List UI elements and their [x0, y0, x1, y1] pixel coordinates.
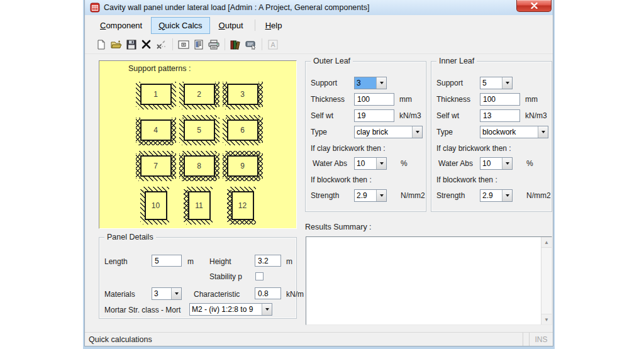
fixed-support-hatch-left — [227, 189, 231, 222]
printer-icon — [208, 40, 219, 50]
outer-waterabs-unit: % — [401, 159, 408, 168]
delete-button[interactable] — [139, 37, 153, 52]
support-pattern-box: 6 — [227, 119, 258, 141]
support-pattern-10[interactable]: 10 — [134, 184, 177, 228]
simple-support-hatch-top — [138, 151, 174, 155]
chevron-down-icon[interactable] — [412, 126, 422, 138]
inner-block-note: If blockwork then : — [436, 175, 497, 184]
support-pattern-number: 7 — [153, 162, 158, 170]
fixed-support-hatch-right — [258, 82, 263, 107]
support-pattern-2[interactable]: 2 — [177, 76, 221, 112]
library-button[interactable] — [228, 37, 243, 52]
inner-type-value: blockwork — [480, 126, 538, 138]
properties-button[interactable] — [176, 37, 191, 52]
simple-support-hatch-bottom — [182, 141, 217, 145]
outer-selfwt-input[interactable] — [354, 109, 394, 122]
stability-checkbox[interactable] — [255, 272, 264, 280]
mortar-select[interactable]: M2 - (iv) 1:2:8 to 9 — [189, 303, 272, 316]
toolbar-separator — [172, 38, 173, 50]
menu-help[interactable]: Help — [258, 17, 290, 34]
save-button[interactable] — [124, 37, 138, 52]
report-button[interactable] — [191, 37, 206, 52]
inner-strength-select[interactable]: 2.9 — [480, 189, 513, 202]
outer-thickness-input[interactable] — [354, 93, 394, 106]
simple-support-hatch-bottom — [138, 105, 174, 109]
inner-support-value: 5 — [480, 77, 502, 89]
quick-keypad-icon — [245, 40, 257, 50]
inner-selfwt-label: Self wt — [436, 111, 480, 120]
chevron-down-icon[interactable] — [171, 288, 181, 299]
simple-support-hatch-left — [179, 118, 184, 143]
inner-type-select[interactable]: blockwork — [480, 126, 548, 138]
support-pattern-5[interactable]: 5 — [177, 112, 221, 148]
chevron-down-icon[interactable] — [502, 190, 512, 201]
length-input[interactable] — [152, 255, 182, 267]
support-pattern-12[interactable]: 12 — [221, 184, 264, 228]
menu-quick-calcs[interactable]: Quick Calcs — [151, 17, 209, 34]
simple-support-hatch-top — [143, 187, 169, 191]
outer-support-select[interactable]: 3 — [354, 77, 387, 89]
support-pattern-box: 9 — [227, 155, 258, 177]
fixed-support-hatch-left — [223, 82, 227, 107]
print-button[interactable] — [206, 37, 221, 52]
close-button[interactable] — [516, 0, 552, 12]
library-books-icon — [230, 40, 241, 50]
support-pattern-3[interactable]: 3 — [221, 76, 264, 112]
outer-type-select[interactable]: clay brick — [354, 126, 423, 138]
support-pattern-9[interactable]: 9 — [221, 148, 264, 184]
vertical-scrollbar[interactable]: ▲ ▼ — [541, 237, 552, 324]
app-icon — [90, 3, 100, 13]
outer-strength-select[interactable]: 2.9 — [354, 189, 387, 202]
outer-leaf-group: Outer Leaf Support 3 Thickness mm Self w… — [305, 61, 426, 212]
support-pattern-7[interactable]: 7 — [134, 148, 177, 184]
chevron-down-icon[interactable] — [262, 304, 272, 315]
fixed-support-hatch-bottom — [225, 177, 260, 181]
support-pattern-box: 5 — [184, 119, 215, 141]
chevron-down-icon[interactable] — [376, 158, 386, 169]
inner-support-select[interactable]: 5 — [480, 77, 513, 89]
scroll-up-icon[interactable]: ▲ — [541, 237, 552, 248]
quick-entry-button[interactable] — [243, 37, 258, 52]
menu-component[interactable]: Component — [92, 17, 150, 34]
panel-details-group: Panel Details Length m Height m Stabilit… — [99, 237, 297, 319]
outer-waterabs-select[interactable]: 10 — [354, 157, 387, 170]
chevron-down-icon[interactable] — [376, 190, 386, 201]
mortar-value: M2 - (iv) 1:2:8 to 9 — [190, 304, 262, 315]
chevron-down-icon[interactable] — [502, 158, 512, 169]
menu-output[interactable]: Output — [211, 17, 251, 34]
outer-block-note: If blockwork then : — [311, 175, 372, 184]
new-button[interactable] — [94, 37, 108, 52]
support-pattern-6[interactable]: 6 — [221, 112, 264, 148]
results-summary-text[interactable] — [306, 237, 541, 324]
materials-select[interactable]: 3 — [152, 287, 182, 300]
results-summary-box: ▲ ▼ — [306, 236, 552, 325]
toolbar-separator — [262, 38, 262, 50]
outer-waterabs-value: 10 — [355, 158, 376, 169]
inner-selfwt-input[interactable] — [480, 109, 520, 122]
characteristic-input[interactable] — [255, 287, 281, 299]
height-input[interactable] — [255, 255, 281, 267]
outer-strength-unit: N/mm2 — [401, 191, 425, 200]
fixed-support-hatch-left — [184, 189, 188, 222]
outer-strength-label: Strength — [311, 191, 354, 200]
chevron-down-icon[interactable] — [538, 126, 548, 138]
scroll-down-icon[interactable]: ▼ — [541, 314, 552, 324]
open-button[interactable] — [109, 37, 123, 52]
fixed-support-hatch-top — [225, 151, 260, 155]
chevron-down-icon[interactable] — [376, 77, 386, 89]
chevron-down-icon[interactable] — [502, 77, 512, 89]
inner-waterabs-select[interactable]: 10 — [480, 157, 513, 170]
support-pattern-1[interactable]: 1 — [134, 76, 177, 112]
support-pattern-11[interactable]: 11 — [177, 184, 221, 228]
datum-button[interactable] — [154, 37, 169, 52]
fixed-support-hatch-left — [136, 153, 140, 179]
support-pattern-4[interactable]: 4 — [134, 112, 177, 148]
support-pattern-8[interactable]: 8 — [177, 148, 221, 184]
inner-thickness-input[interactable] — [480, 93, 520, 106]
simple-support-hatch-left — [179, 82, 184, 107]
simple-support-hatch-bottom — [225, 105, 260, 109]
simple-support-hatch-right — [172, 82, 176, 107]
support-pattern-box: 12 — [231, 191, 254, 220]
properties-dialog-icon — [178, 40, 189, 49]
outer-selfwt-unit: kN/m3 — [399, 111, 421, 120]
